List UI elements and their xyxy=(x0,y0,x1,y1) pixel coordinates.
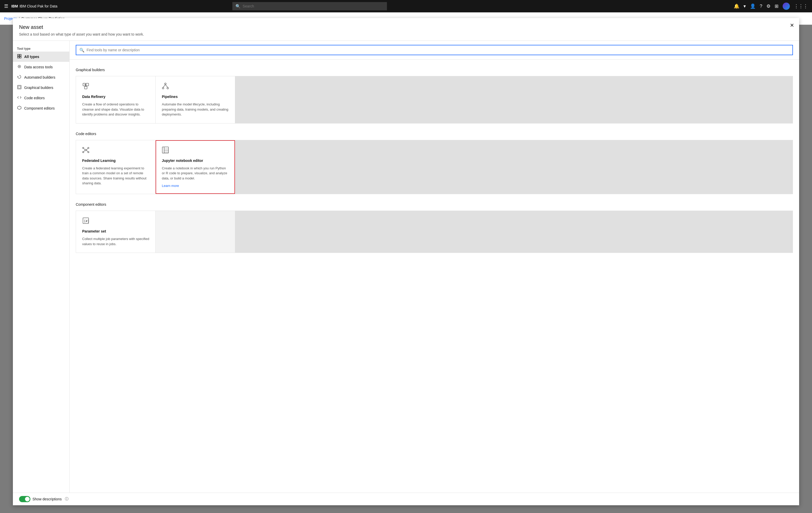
menu-icon[interactable]: ☰ xyxy=(4,3,8,9)
top-navigation: ☰ IBM IBM Cloud Pak for Data 🔍 🔔 ▾ 👤 ? ⚙… xyxy=(0,0,812,12)
notification-icon[interactable]: 🔔 xyxy=(734,3,740,9)
global-search-input[interactable] xyxy=(243,4,384,8)
new-asset-modal: ✕ New asset Select a tool based on what … xyxy=(13,18,799,25)
help-icon[interactable]: ? xyxy=(760,4,762,9)
chevron-down-icon[interactable]: ▾ xyxy=(744,3,746,9)
modal-close-button[interactable]: ✕ xyxy=(788,21,796,25)
global-search-bar[interactable]: 🔍 xyxy=(232,2,387,10)
apps-icon[interactable]: ⋮⋮⋮ xyxy=(794,3,808,9)
avatar[interactable] xyxy=(783,3,790,10)
user-add-icon[interactable]: 👤 xyxy=(750,3,756,9)
modal-header: ✕ New asset Select a tool based on what … xyxy=(13,18,799,25)
settings-icon[interactable]: ⚙ xyxy=(766,3,771,9)
grid-icon[interactable]: ⊞ xyxy=(775,3,779,9)
search-icon: 🔍 xyxy=(235,4,241,9)
modal-title: New asset xyxy=(19,24,793,25)
brand-logo: IBM IBM Cloud Pak for Data xyxy=(11,4,57,8)
top-nav-right: 🔔 ▾ 👤 ? ⚙ ⊞ ⋮⋮⋮ xyxy=(734,3,808,10)
